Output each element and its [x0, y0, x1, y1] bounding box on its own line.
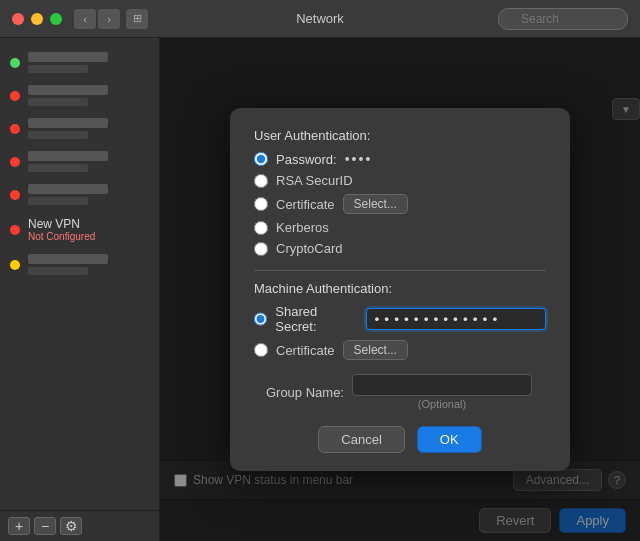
certificate-select-button[interactable]: Select... [343, 194, 408, 214]
item-name [28, 118, 108, 128]
divider [254, 270, 546, 271]
certificate-radio-row: Certificate Select... [254, 194, 546, 214]
shared-secret-label: Shared Secret: [275, 304, 358, 334]
rsa-radio[interactable] [254, 174, 268, 188]
close-button[interactable] [12, 13, 24, 25]
add-button[interactable]: + [8, 517, 30, 535]
machine-auth-title: Machine Authentication: [254, 281, 546, 296]
rsa-label: RSA SecurID [276, 173, 353, 188]
shared-secret-input[interactable] [366, 308, 546, 330]
certificate-radio[interactable] [254, 197, 268, 211]
status-dot-red [10, 91, 20, 101]
sidebar: New VPN Not Configured + − ⚙ [0, 38, 160, 541]
password-label: Password: [276, 152, 337, 167]
user-auth-title: User Authentication: [254, 128, 546, 143]
group-name-input[interactable] [352, 374, 532, 396]
cryptocard-radio[interactable] [254, 242, 268, 256]
rsa-radio-row: RSA SecurID [254, 173, 546, 188]
machine-cert-radio[interactable] [254, 343, 268, 357]
minimize-button[interactable] [31, 13, 43, 25]
optional-hint: (Optional) [352, 398, 532, 410]
status-dot-red [10, 157, 20, 167]
gear-button[interactable]: ⚙ [60, 517, 82, 535]
status-dot-new-vpn [10, 225, 20, 235]
right-panel: ▼ Show VPN status in menu bar Advanced..… [160, 38, 640, 541]
item-sub [28, 197, 88, 205]
item-name [28, 85, 108, 95]
new-vpn-item[interactable]: New VPN Not Configured [0, 211, 159, 248]
new-vpn-name: New VPN [28, 217, 95, 231]
item-sub [28, 131, 88, 139]
cancel-button[interactable]: Cancel [318, 426, 404, 453]
machine-cert-radio-row: Certificate Select... [254, 340, 546, 360]
item-name [28, 254, 108, 264]
list-item[interactable] [0, 46, 159, 79]
forward-button[interactable]: › [98, 9, 120, 29]
traffic-lights [12, 13, 62, 25]
modal-buttons: Cancel OK [254, 426, 546, 453]
search-input[interactable] [498, 8, 628, 30]
auth-modal: User Authentication: Password: •••• RSA … [230, 108, 570, 471]
new-vpn-sub: Not Configured [28, 231, 95, 242]
modal-overlay: User Authentication: Password: •••• RSA … [160, 38, 640, 541]
password-radio[interactable] [254, 152, 268, 166]
back-button[interactable]: ‹ [74, 9, 96, 29]
list-item[interactable] [0, 248, 159, 281]
main-content: New VPN Not Configured + − ⚙ ▼ [0, 38, 640, 541]
nav-arrows: ‹ › [74, 9, 120, 29]
item-sub [28, 65, 88, 73]
kerberos-radio[interactable] [254, 221, 268, 235]
maximize-button[interactable] [50, 13, 62, 25]
machine-auth-options: Shared Secret: Certificate Select... [254, 304, 546, 360]
window-title: Network [296, 11, 344, 26]
password-field-value: •••• [345, 151, 373, 167]
shared-secret-radio-row: Shared Secret: [254, 304, 546, 334]
grid-view-button[interactable]: ⊞ [126, 9, 148, 29]
list-item[interactable] [0, 145, 159, 178]
item-sub [28, 98, 88, 106]
item-name [28, 151, 108, 161]
kerberos-label: Kerberos [276, 220, 329, 235]
group-name-row: Group Name: (Optional) [254, 374, 546, 410]
cryptocard-label: CryptoCard [276, 241, 342, 256]
list-item[interactable] [0, 112, 159, 145]
password-radio-row: Password: •••• [254, 151, 546, 167]
status-dot-red [10, 124, 20, 134]
group-name-label: Group Name: [254, 385, 344, 400]
status-dot-green [10, 58, 20, 68]
item-sub [28, 267, 88, 275]
sidebar-items: New VPN Not Configured [0, 46, 159, 510]
kerberos-radio-row: Kerberos [254, 220, 546, 235]
title-bar: ‹ › ⊞ Network [0, 0, 640, 38]
certificate-label: Certificate [276, 197, 335, 212]
list-item[interactable] [0, 178, 159, 211]
item-sub [28, 164, 88, 172]
machine-cert-label: Certificate [276, 343, 335, 358]
status-dot-red [10, 190, 20, 200]
ok-button[interactable]: OK [417, 426, 482, 453]
machine-cert-select-button[interactable]: Select... [343, 340, 408, 360]
item-name [28, 184, 108, 194]
item-name [28, 52, 108, 62]
remove-button[interactable]: − [34, 517, 56, 535]
cryptocard-radio-row: CryptoCard [254, 241, 546, 256]
list-item[interactable] [0, 79, 159, 112]
status-dot-yellow [10, 260, 20, 270]
shared-secret-radio[interactable] [254, 312, 267, 326]
sidebar-bottom: + − ⚙ [0, 510, 159, 541]
search-wrap [498, 8, 628, 30]
user-auth-options: Password: •••• RSA SecurID Certificate S… [254, 151, 546, 256]
